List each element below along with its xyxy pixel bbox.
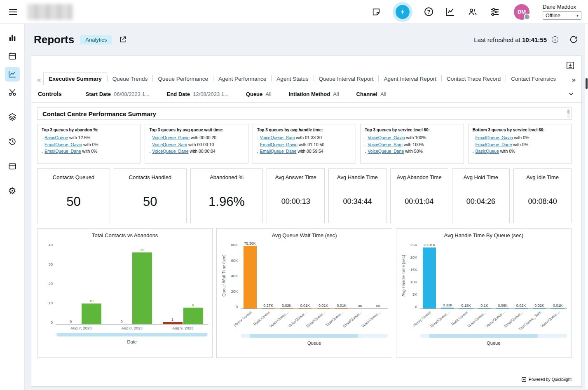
queue-link[interactable]: VoiceQueue_Sam [152, 142, 187, 147]
tabs-scroll-right-icon[interactable]: » [569, 76, 578, 85]
kpi-value: 00:00:13 [281, 197, 310, 206]
kpi-avg-answer-time: Avg Answer Time00:00:13 [267, 168, 325, 223]
tab-agent-performance[interactable]: Agent Performance [213, 72, 271, 85]
bar-group: 0.02K [515, 304, 528, 308]
queue-link[interactable]: BasicQueue [45, 135, 68, 140]
control-channel[interactable]: ChannelAll [356, 90, 387, 98]
queue-link[interactable]: VoiceQueue_Gavin [152, 135, 189, 140]
y-axis-title: Avg Handle Time (sec) [401, 243, 406, 309]
queue-link[interactable]: EmailQueue_Dane [476, 142, 512, 147]
kpi-abandoned: Abandoned %1.96% [190, 168, 263, 223]
tab-agent-status[interactable]: Agent Status [272, 72, 313, 85]
tab-contact-forensics[interactable]: Contact Forensics [506, 72, 561, 85]
bar [262, 308, 275, 308]
status-dot-icon [524, 14, 530, 20]
control-intiation-method[interactable]: Intiation MethodAll [289, 90, 339, 98]
tab-queue-performance[interactable]: Queue Performance [153, 72, 213, 85]
control-end-date[interactable]: End Date12/08/2023 1... [167, 90, 229, 98]
tab-queue-interval-report[interactable]: Queue Interval Report [314, 72, 379, 85]
window-scrollbar[interactable] [585, 24, 588, 389]
chart-scrollbar[interactable] [56, 333, 208, 336]
kpi-value: 00:08:40 [528, 197, 557, 206]
queue-link[interactable]: EmailQueue_Gavin [476, 135, 513, 140]
control-start-date[interactable]: Start Date06/08/2023 1... [86, 90, 150, 98]
queue-link[interactable]: VoiceQueue_Sam [368, 142, 403, 147]
chart-scrollbar[interactable] [241, 334, 387, 338]
nav-bar-chart-icon[interactable] [5, 30, 20, 45]
tab-agent-interval-report[interactable]: Agent Interval Report [379, 72, 441, 85]
control-queue[interactable]: QueueAll [246, 90, 272, 98]
external-link-icon[interactable] [119, 35, 127, 44]
users-icon[interactable] [468, 7, 478, 17]
summary-item: .VoiceQueue_Sam with 00:00:10 [149, 141, 244, 148]
status-select[interactable]: Offline ▾ [543, 11, 581, 20]
bar-group: 18 [163, 303, 203, 324]
tab-contact-trace-record[interactable]: Contact Trace Record [442, 72, 506, 85]
nav-scissors-icon[interactable] [5, 85, 20, 100]
lightning-button[interactable] [393, 5, 412, 19]
bar [496, 308, 509, 308]
x-tick-label: Aug 8, 2023 [122, 326, 143, 330]
nav-history-icon[interactable] [5, 134, 20, 149]
tab-executive-summary[interactable]: Executive Summary [43, 72, 107, 85]
queue-link[interactable]: VoiceQueue_Dane [152, 149, 188, 154]
queue-link[interactable]: EmailQueue_Gavin [45, 142, 82, 147]
bar-value-label: 10 [89, 299, 94, 303]
mini-scrollbar[interactable] [567, 109, 570, 118]
queue-link[interactable]: BasicQueue [476, 149, 499, 154]
bar [163, 322, 183, 324]
refresh-icon[interactable] [569, 35, 578, 44]
bar-value-label: 0.27K [263, 304, 273, 308]
summary-item: .VoiceQueue_Sam with 100% [365, 141, 459, 148]
nav-window-icon[interactable] [5, 159, 20, 174]
page-header: Reports Analytics Last refreshed at 10:4… [25, 24, 588, 55]
nav-line-chart-icon[interactable] [5, 67, 20, 82]
hamburger-menu-icon[interactable] [7, 5, 20, 19]
queue-link[interactable]: EmailQueue_Gavin [260, 142, 298, 147]
metrics-line-chart-icon[interactable] [445, 7, 455, 17]
summary-card-title: Bottom 3 queues by service level 60: [473, 128, 567, 132]
bar-value-label: 0.33K [443, 303, 453, 307]
bar [423, 248, 436, 308]
chart-scrollbar[interactable] [420, 334, 567, 338]
kpi-label: Avg Hold Time [464, 174, 498, 180]
bar-group: 0.27K [262, 304, 275, 308]
info-icon[interactable]: i [552, 36, 558, 43]
tabs-scroll-left-icon[interactable]: « [35, 76, 43, 85]
bar-value-label: 0.02K [534, 304, 544, 308]
bar-group: 0.1K [478, 304, 491, 308]
summary-item: .VoiceQueue_Dane with 50% [365, 148, 459, 155]
top-bar: ? DM Dane Maddox Offline ▾ [0, 0, 588, 24]
bar-group: 0.01K [335, 304, 348, 308]
settings-sliders-icon[interactable] [490, 7, 500, 17]
summary-card: Top 3 queues by service level 60:.VoiceQ… [360, 124, 464, 163]
queue-link[interactable]: VoiceQueue_Gavin [368, 135, 405, 140]
tab-queue-trends[interactable]: Queue Trends [108, 72, 153, 85]
bar-group: 0K [354, 304, 367, 308]
bar-value-label: 0.01K [553, 304, 563, 308]
queue-link[interactable]: EmailQueue_Dane [45, 149, 81, 154]
nav-calendar-icon[interactable] [5, 49, 20, 63]
download-icon[interactable] [566, 61, 575, 70]
chart-title: Avg Queue Wait Time (sec) [221, 232, 387, 238]
notes-icon[interactable] [372, 7, 381, 16]
bar-value-label: 75.36K [244, 241, 256, 245]
nav-layers-icon[interactable] [5, 110, 20, 124]
summary-card-title: Top 3 queues by abandon %: [42, 128, 136, 132]
controls-collapse-icon[interactable] [567, 90, 575, 98]
queue-link[interactable]: EmailQueue_Dane [260, 149, 297, 154]
kpi-contacts-queued: Contacts Queued50 [37, 168, 110, 223]
tab-bar: « Executive SummaryQueue TrendsQueue Per… [31, 72, 581, 85]
x-tick-label: Henry Queue [233, 310, 253, 327]
bar-group: 23.01K [423, 243, 436, 308]
queue-link[interactable]: VoiceQueue_Dane [368, 149, 404, 154]
summary-item: .VoiceQueue_Gavin with 100% [365, 134, 459, 141]
summary-item: .EmailQueue_Dane with 00:59:54 [257, 148, 351, 155]
queue-link[interactable]: VoiceQueue_Sam [260, 135, 295, 140]
bar-value-label: 0.01K [319, 304, 328, 308]
nav-gear-icon[interactable]: ⚙ [5, 184, 20, 199]
help-icon[interactable]: ? [424, 7, 433, 16]
bar [82, 304, 101, 324]
user-avatar[interactable]: DM [514, 4, 529, 20]
summary-card: Top 3 queues by abandon %:.BasicQueue wi… [37, 124, 141, 163]
